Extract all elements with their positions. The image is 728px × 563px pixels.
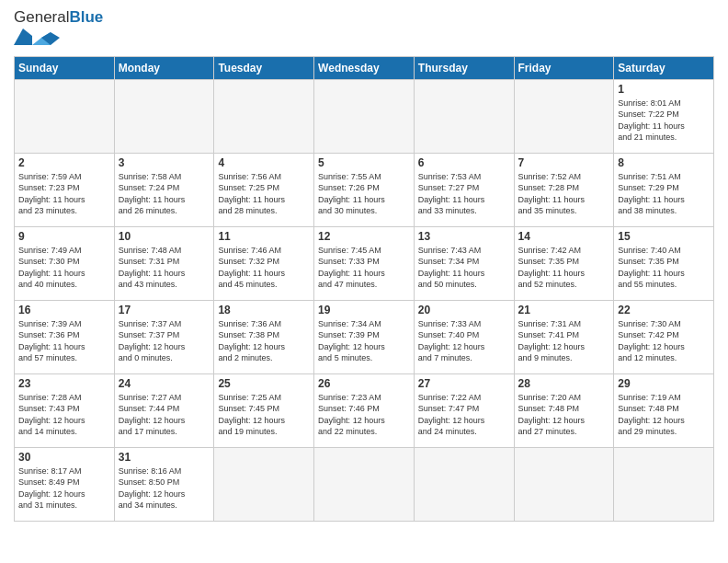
week-row-3: 16Sunrise: 7:39 AM Sunset: 7:36 PM Dayli… [15, 300, 714, 373]
calendar-cell: 27Sunrise: 7:22 AM Sunset: 7:47 PM Dayli… [414, 373, 514, 447]
day-number: 31 [119, 451, 210, 464]
day-number: 2 [18, 156, 110, 169]
day-info: Sunrise: 7:51 AM Sunset: 7:29 PM Dayligh… [618, 171, 710, 217]
day-number: 11 [218, 230, 310, 243]
calendar-cell: 29Sunrise: 7:19 AM Sunset: 7:48 PM Dayli… [614, 373, 714, 447]
week-row-1: 2Sunrise: 7:59 AM Sunset: 7:23 PM Daylig… [15, 153, 714, 226]
day-number: 14 [518, 230, 610, 243]
day-info: Sunrise: 7:19 AM Sunset: 7:48 PM Dayligh… [618, 392, 710, 438]
day-number: 10 [119, 230, 210, 243]
calendar-cell: 16Sunrise: 7:39 AM Sunset: 7:36 PM Dayli… [15, 300, 115, 373]
day-info: Sunrise: 7:45 AM Sunset: 7:33 PM Dayligh… [318, 245, 410, 291]
calendar-cell: 5Sunrise: 7:55 AM Sunset: 7:26 PM Daylig… [314, 153, 415, 226]
day-number: 3 [119, 156, 210, 169]
calendar-cell: 25Sunrise: 7:25 AM Sunset: 7:45 PM Dayli… [214, 373, 314, 447]
calendar-cell [414, 447, 514, 521]
day-number: 27 [418, 377, 510, 390]
day-number: 9 [18, 230, 110, 243]
day-number: 16 [18, 304, 110, 316]
calendar-cell: 18Sunrise: 7:36 AM Sunset: 7:38 PM Dayli… [214, 300, 314, 373]
calendar-cell [314, 447, 415, 521]
calendar-cell [214, 447, 314, 521]
day-info: Sunrise: 7:28 AM Sunset: 7:43 PM Dayligh… [18, 392, 110, 438]
day-info: Sunrise: 7:48 AM Sunset: 7:31 PM Dayligh… [119, 245, 210, 291]
day-info: Sunrise: 7:27 AM Sunset: 7:44 PM Dayligh… [119, 392, 210, 438]
day-info: Sunrise: 7:34 AM Sunset: 7:39 PM Dayligh… [318, 318, 410, 364]
logo-text-normal: General [14, 8, 69, 26]
day-number: 24 [119, 377, 210, 390]
calendar-cell: 28Sunrise: 7:20 AM Sunset: 7:48 PM Dayli… [514, 373, 614, 447]
day-info: Sunrise: 7:56 AM Sunset: 7:25 PM Dayligh… [218, 171, 310, 217]
calendar-cell: 3Sunrise: 7:58 AM Sunset: 7:24 PM Daylig… [114, 153, 214, 226]
calendar-cell: 12Sunrise: 7:45 AM Sunset: 7:33 PM Dayli… [314, 226, 415, 300]
calendar-cell: 9Sunrise: 7:49 AM Sunset: 7:30 PM Daylig… [15, 226, 115, 300]
calendar-cell [414, 79, 514, 153]
calendar-cell: 13Sunrise: 7:43 AM Sunset: 7:34 PM Dayli… [414, 226, 514, 300]
day-number: 19 [318, 304, 410, 316]
day-info: Sunrise: 8:16 AM Sunset: 8:50 PM Dayligh… [119, 465, 210, 511]
calendar-cell [514, 447, 614, 521]
weekday-header-saturday: Saturday [614, 56, 714, 79]
calendar-cell: 14Sunrise: 7:42 AM Sunset: 7:35 PM Dayli… [514, 226, 614, 300]
day-info: Sunrise: 8:01 AM Sunset: 7:22 PM Dayligh… [618, 98, 710, 144]
calendar-cell: 19Sunrise: 7:34 AM Sunset: 7:39 PM Dayli… [314, 300, 415, 373]
day-number: 22 [618, 304, 710, 316]
calendar-cell: 26Sunrise: 7:23 AM Sunset: 7:46 PM Dayli… [314, 373, 415, 447]
calendar-cell: 15Sunrise: 7:40 AM Sunset: 7:35 PM Dayli… [614, 226, 714, 300]
week-row-2: 9Sunrise: 7:49 AM Sunset: 7:30 PM Daylig… [15, 226, 714, 300]
calendar-cell: 11Sunrise: 7:46 AM Sunset: 7:32 PM Dayli… [214, 226, 314, 300]
calendar-cell: 23Sunrise: 7:28 AM Sunset: 7:43 PM Dayli… [15, 373, 115, 447]
day-info: Sunrise: 7:40 AM Sunset: 7:35 PM Dayligh… [618, 245, 710, 291]
calendar-cell: 10Sunrise: 7:48 AM Sunset: 7:31 PM Dayli… [114, 226, 214, 300]
day-info: Sunrise: 7:33 AM Sunset: 7:40 PM Dayligh… [418, 318, 510, 364]
day-info: Sunrise: 7:23 AM Sunset: 7:46 PM Dayligh… [318, 392, 410, 438]
day-number: 28 [518, 377, 610, 390]
logo-icon [14, 29, 64, 45]
day-number: 21 [518, 304, 610, 316]
day-number: 8 [618, 156, 710, 169]
calendar-cell [614, 447, 714, 521]
day-info: Sunrise: 7:37 AM Sunset: 7:37 PM Dayligh… [119, 318, 210, 364]
day-number: 25 [218, 377, 310, 390]
logo: GeneralBlue [14, 9, 103, 49]
calendar-cell [15, 79, 115, 153]
calendar-cell: 31Sunrise: 8:16 AM Sunset: 8:50 PM Dayli… [114, 447, 214, 521]
week-row-4: 23Sunrise: 7:28 AM Sunset: 7:43 PM Dayli… [15, 373, 714, 447]
calendar-cell: 1Sunrise: 8:01 AM Sunset: 7:22 PM Daylig… [614, 79, 714, 153]
day-info: Sunrise: 7:52 AM Sunset: 7:28 PM Dayligh… [518, 171, 610, 217]
calendar-cell: 20Sunrise: 7:33 AM Sunset: 7:40 PM Dayli… [414, 300, 514, 373]
calendar-cell: 4Sunrise: 7:56 AM Sunset: 7:25 PM Daylig… [214, 153, 314, 226]
day-number: 12 [318, 230, 410, 243]
calendar-cell [214, 79, 314, 153]
day-number: 30 [18, 451, 110, 464]
day-info: Sunrise: 7:39 AM Sunset: 7:36 PM Dayligh… [18, 318, 110, 364]
weekday-header-friday: Friday [514, 56, 614, 79]
day-info: Sunrise: 7:31 AM Sunset: 7:41 PM Dayligh… [518, 318, 610, 364]
day-info: Sunrise: 7:49 AM Sunset: 7:30 PM Dayligh… [18, 245, 110, 291]
weekday-header-thursday: Thursday [414, 56, 514, 79]
calendar-cell: 2Sunrise: 7:59 AM Sunset: 7:23 PM Daylig… [15, 153, 115, 226]
day-info: Sunrise: 7:43 AM Sunset: 7:34 PM Dayligh… [418, 245, 510, 291]
calendar-cell: 24Sunrise: 7:27 AM Sunset: 7:44 PM Dayli… [114, 373, 214, 447]
day-info: Sunrise: 7:42 AM Sunset: 7:35 PM Dayligh… [518, 245, 610, 291]
day-info: Sunrise: 7:20 AM Sunset: 7:48 PM Dayligh… [518, 392, 610, 438]
day-number: 13 [418, 230, 510, 243]
header: GeneralBlue [14, 9, 714, 49]
calendar-cell: 21Sunrise: 7:31 AM Sunset: 7:41 PM Dayli… [514, 300, 614, 373]
weekday-header-wednesday: Wednesday [314, 56, 415, 79]
day-info: Sunrise: 7:22 AM Sunset: 7:47 PM Dayligh… [418, 392, 510, 438]
calendar-cell: 6Sunrise: 7:53 AM Sunset: 7:27 PM Daylig… [414, 153, 514, 226]
calendar-page: GeneralBlue SundayMondayTuesdayWednesday… [0, 0, 728, 563]
day-number: 23 [18, 377, 110, 390]
week-row-5: 30Sunrise: 8:17 AM Sunset: 8:49 PM Dayli… [15, 447, 714, 521]
weekday-header-row: SundayMondayTuesdayWednesdayThursdayFrid… [15, 56, 714, 79]
day-number: 1 [618, 83, 710, 96]
day-number: 4 [218, 156, 310, 169]
svg-marker-0 [14, 29, 32, 45]
calendar-cell: 8Sunrise: 7:51 AM Sunset: 7:29 PM Daylig… [614, 153, 714, 226]
day-info: Sunrise: 8:17 AM Sunset: 8:49 PM Dayligh… [18, 465, 110, 511]
day-number: 15 [618, 230, 710, 243]
day-number: 5 [318, 156, 410, 169]
day-info: Sunrise: 7:25 AM Sunset: 7:45 PM Dayligh… [218, 392, 310, 438]
day-number: 6 [418, 156, 510, 169]
